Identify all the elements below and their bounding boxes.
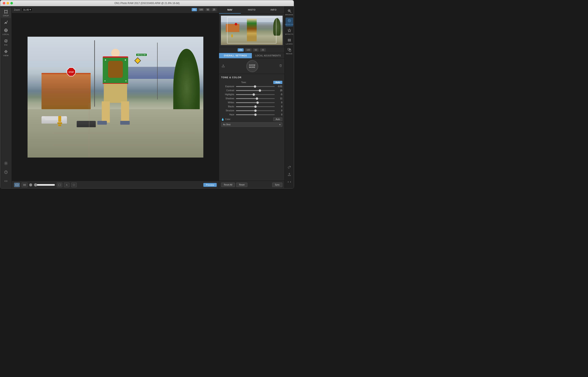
zoom-dropdown[interactable]: 31.05 ▾ xyxy=(22,8,33,12)
zoom-100-button[interactable]: 100 xyxy=(198,8,204,11)
tab-overall-settings[interactable]: OVERALL SETTINGS xyxy=(219,53,252,58)
tool-fix[interactable]: FIX xyxy=(1,37,11,47)
mask-button[interactable] xyxy=(71,183,77,187)
browse-icon xyxy=(288,9,291,13)
layers-tool-button[interactable]: LAYERS xyxy=(286,37,293,46)
person xyxy=(99,49,132,145)
upload-button[interactable] xyxy=(286,172,293,178)
svg-text:STOP: STOP xyxy=(69,71,74,73)
zoom-fit-button[interactable]: Fit xyxy=(192,8,197,11)
exposure-value: -0.01 xyxy=(275,85,282,88)
action-bar: SHOW MORE xyxy=(219,59,285,74)
reset-button[interactable]: Reset xyxy=(236,183,247,187)
tool-expand[interactable] xyxy=(1,177,11,185)
nav-50-button[interactable]: 50 xyxy=(253,48,259,51)
preview-button[interactable]: Preview xyxy=(203,183,217,187)
minimize-button[interactable] xyxy=(7,2,9,4)
share-icon xyxy=(288,165,291,169)
photo-container: STOP Alki Ave SW xyxy=(28,37,203,158)
tool-crop[interactable]: CROP xyxy=(1,8,11,18)
shadows-value: 11 xyxy=(275,97,282,100)
shadows-slider[interactable] xyxy=(236,98,275,99)
structure-value: 0 xyxy=(275,109,282,112)
compare-slider[interactable] xyxy=(34,183,55,187)
nav-100-button[interactable]: 100 xyxy=(245,48,252,51)
develop-tool-button[interactable]: DEVELOP xyxy=(286,18,293,26)
svg-rect-26 xyxy=(58,184,61,186)
shadows-row: Shadows 11 xyxy=(221,97,282,100)
svg-rect-22 xyxy=(23,184,24,185)
reset-all-button[interactable]: Reset All xyxy=(221,183,235,187)
utility-pole xyxy=(94,40,95,107)
exposure-slider[interactable] xyxy=(236,86,275,87)
tool-settings[interactable] xyxy=(1,159,11,167)
fire-hydrant xyxy=(57,116,62,125)
right-panel: NAV HISTO INFO xyxy=(219,6,285,188)
maximize-button[interactable] xyxy=(10,2,13,4)
share-button[interactable] xyxy=(286,164,293,170)
tool-view[interactable]: VIEW xyxy=(1,48,11,58)
color-row: 💧 Color: Auto xyxy=(221,118,282,121)
highlights-row: Highlights -5 xyxy=(221,93,282,96)
tab-nav[interactable]: NAV xyxy=(219,6,241,13)
tab-local-adjustments[interactable]: LOCAL ADJUSTMENTS xyxy=(252,53,285,58)
tone-label: Tone: xyxy=(221,81,248,83)
single-view-button[interactable] xyxy=(14,183,20,187)
nav-25-button[interactable]: 25 xyxy=(260,48,266,51)
whites-slider[interactable] xyxy=(236,102,275,103)
far-right-bottom xyxy=(286,164,293,187)
svg-rect-40 xyxy=(288,48,289,50)
color-auto-button[interactable]: Auto xyxy=(273,118,282,121)
dropper-icon[interactable]: 💧 xyxy=(221,118,224,121)
tool-local[interactable]: LOCAL xyxy=(1,26,11,37)
zoom-25-button[interactable]: 25 xyxy=(211,8,217,11)
window-controls[interactable] xyxy=(3,2,13,4)
sync-button[interactable]: Sync xyxy=(272,183,282,187)
resize-tool-button[interactable]: RESIZE xyxy=(286,47,293,56)
structure-slider[interactable] xyxy=(236,110,275,111)
expand-arrows-icon xyxy=(288,180,291,184)
effects-tool-button[interactable]: EFFECTS xyxy=(286,27,293,36)
show-more-button[interactable]: SHOW MORE xyxy=(246,60,258,72)
settings-icon xyxy=(3,161,9,166)
nav-fit-button[interactable]: Fit xyxy=(238,48,243,51)
contrast-slider[interactable] xyxy=(236,90,275,91)
help-icon: ? xyxy=(3,170,9,175)
blacks-slider[interactable] xyxy=(236,106,275,107)
close-button[interactable] xyxy=(3,2,5,4)
exposure-label: Exposure xyxy=(221,85,236,88)
car-dark xyxy=(77,121,96,127)
expand-panel-button[interactable] xyxy=(286,179,293,185)
section-title-tone: TONE & COLOR xyxy=(221,76,282,79)
sidewalk-line-1 xyxy=(54,145,194,145)
grid-view-button[interactable] xyxy=(22,183,28,187)
before-after-button[interactable] xyxy=(57,183,62,187)
text-overlay-button[interactable]: A xyxy=(64,183,69,187)
expand-icon xyxy=(3,178,9,184)
tab-info[interactable]: INFO xyxy=(263,6,285,13)
tool-retouch[interactable] xyxy=(1,18,11,26)
browse-tool-button[interactable]: BROWSE xyxy=(286,8,293,17)
compare-dot xyxy=(29,183,32,186)
adjust-tabs: OVERALL SETTINGS LOCAL ADJUSTMENTS xyxy=(219,53,285,59)
top-bar: Zoom 31.05 ▾ Fit 100 50 25 xyxy=(12,6,219,13)
tool-help[interactable]: ? xyxy=(1,168,11,176)
view-icon xyxy=(3,49,9,54)
zoom-50-button[interactable]: 50 xyxy=(205,8,211,11)
svg-rect-41 xyxy=(289,50,291,51)
export-button[interactable] xyxy=(221,64,225,69)
tab-histo[interactable]: HISTO xyxy=(241,6,263,13)
haze-slider[interactable] xyxy=(236,114,275,115)
svg-rect-39 xyxy=(288,41,291,41)
fix-label: FIX xyxy=(4,44,8,46)
resize-label: RESIZE xyxy=(286,53,292,55)
as-shot-dropdown[interactable]: As Shot ▾ xyxy=(221,122,282,127)
svg-rect-25 xyxy=(25,185,26,186)
svg-rect-37 xyxy=(288,39,291,40)
develop-label: DEVELOP xyxy=(285,24,294,25)
tone-auto-button[interactable]: Auto xyxy=(273,81,282,84)
highlights-slider[interactable] xyxy=(236,94,275,95)
svg-point-10 xyxy=(6,51,6,52)
delete-button[interactable] xyxy=(279,64,282,68)
left-toolbar: CROP LOCAL xyxy=(0,6,12,188)
